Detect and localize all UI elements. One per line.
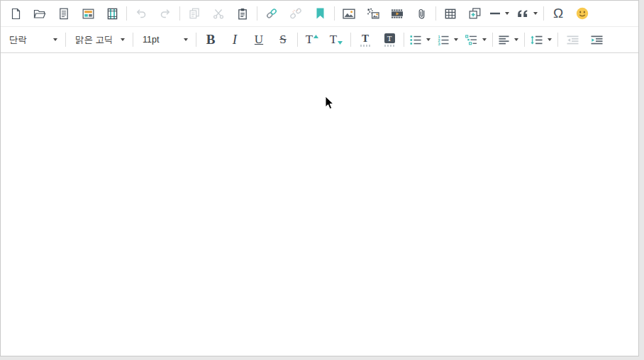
chevron-down-icon — [53, 38, 57, 41]
caret-up-icon — [313, 35, 318, 38]
svg-text:3: 3 — [438, 42, 440, 45]
align-left-icon — [499, 35, 509, 45]
special-character-button[interactable]: Ω — [546, 3, 570, 24]
open-file-button[interactable] — [28, 3, 52, 24]
page-layout-button[interactable] — [100, 3, 124, 24]
blockquote-button[interactable] — [513, 3, 541, 24]
insert-table-button[interactable] — [438, 3, 462, 24]
editor-window: Ω 단락 맑은 고딕 11pt B I U — [0, 0, 639, 356]
emoticon-button[interactable] — [570, 3, 594, 24]
insert-image-button[interactable] — [337, 3, 361, 24]
highlight-color-button[interactable]: T — [377, 29, 401, 50]
photo-upload-icon — [367, 8, 379, 19]
italic-glyph: I — [233, 32, 237, 47]
chevron-down-icon — [533, 12, 538, 15]
toolbar-separator — [557, 33, 558, 47]
font-color-icon: T — [360, 33, 370, 47]
underline-button[interactable]: U — [247, 29, 271, 50]
bold-button[interactable]: B — [199, 29, 223, 50]
line-height-icon — [531, 35, 543, 45]
copy-button[interactable] — [182, 3, 206, 24]
new-document-button[interactable] — [4, 3, 28, 24]
toolbar-separator — [126, 6, 127, 21]
font-family-select[interactable]: 맑은 고딕 — [68, 29, 131, 50]
mouse-cursor — [325, 96, 335, 111]
cut-button[interactable] — [206, 3, 231, 24]
link-icon — [265, 8, 278, 19]
insert-object-icon — [469, 8, 481, 19]
page-layout-icon — [107, 8, 118, 20]
insert-object-button[interactable] — [462, 3, 487, 24]
line-height-button[interactable] — [527, 29, 555, 50]
strikethrough-button[interactable]: S — [271, 29, 295, 50]
align-button[interactable] — [495, 29, 522, 50]
template-icon — [82, 9, 94, 19]
bullet-list-button[interactable] — [406, 29, 434, 50]
chevron-down-icon — [426, 38, 431, 41]
blockquote-icon — [516, 9, 528, 18]
subscript-button[interactable]: T — [324, 29, 348, 50]
horizontal-line-button[interactable] — [487, 3, 513, 24]
toolbar-separator — [524, 33, 525, 47]
chevron-down-icon — [121, 38, 125, 41]
outdent-button[interactable] — [560, 29, 584, 50]
toolbar-separator — [492, 33, 493, 47]
bookmark-button[interactable] — [308, 3, 332, 24]
paste-button[interactable] — [231, 3, 255, 24]
chevron-down-icon — [514, 38, 518, 41]
template-button[interactable] — [76, 3, 100, 24]
scissors-icon — [213, 9, 224, 19]
color-swatch-bar — [384, 45, 394, 47]
toolbar-separator — [350, 33, 351, 47]
bookmark-icon — [316, 8, 325, 19]
omega-glyph: Ω — [553, 6, 563, 21]
caret-down-icon — [338, 41, 343, 45]
toolbar-separator — [257, 6, 257, 21]
font-size-select[interactable]: 11pt — [135, 29, 194, 50]
chevron-down-icon — [454, 38, 458, 41]
multilevel-list-icon — [465, 35, 477, 45]
superscript-letter: T — [306, 33, 313, 47]
chevron-down-icon — [184, 38, 188, 41]
redo-icon — [160, 9, 171, 18]
open-document-button[interactable] — [52, 3, 76, 24]
attach-file-button[interactable] — [409, 3, 433, 24]
insert-video-button[interactable] — [385, 3, 409, 24]
redo-button[interactable] — [153, 3, 177, 24]
highlight-color-icon: T — [384, 33, 395, 47]
toolbar-separator — [133, 33, 133, 47]
toolbar-separator — [404, 33, 404, 47]
toolbar-primary: Ω — [1, 1, 638, 27]
insert-link-button[interactable] — [260, 3, 284, 24]
table-icon — [445, 9, 456, 19]
toolbar-separator — [334, 6, 335, 21]
toolbar-separator — [435, 6, 436, 21]
undo-button[interactable] — [129, 3, 153, 24]
remove-link-button[interactable] — [284, 3, 308, 24]
highlight-letter: T — [387, 34, 392, 43]
copy-icon — [189, 8, 200, 19]
italic-button[interactable]: I — [223, 29, 247, 50]
font-color-button[interactable]: T — [353, 29, 377, 50]
multilevel-list-button[interactable] — [462, 29, 490, 50]
chevron-down-icon — [548, 38, 552, 41]
chevron-down-icon — [482, 38, 487, 41]
outdent-icon — [567, 35, 579, 45]
clipboard-icon — [237, 8, 248, 20]
font-family-value: 맑은 고딕 — [75, 34, 113, 46]
bullet-list-icon — [410, 35, 421, 45]
indent-button[interactable] — [584, 29, 609, 50]
toolbar-secondary: 단락 맑은 고딕 11pt B I U S T — [1, 27, 638, 53]
insert-photo-button[interactable] — [361, 3, 385, 24]
paragraph-style-select[interactable]: 단락 — [2, 29, 63, 50]
highlight-box: T — [384, 33, 395, 43]
numbered-list-button[interactable]: 123 — [434, 29, 462, 50]
chevron-down-icon — [505, 12, 509, 15]
superscript-button[interactable]: T — [300, 29, 324, 50]
bold-glyph: B — [206, 32, 216, 47]
toolbar-separator — [179, 6, 180, 21]
strikethrough-glyph: S — [279, 33, 286, 47]
font-size-value: 11pt — [143, 35, 159, 45]
editor-content-area[interactable] — [1, 53, 638, 355]
underline-glyph: U — [255, 33, 263, 47]
